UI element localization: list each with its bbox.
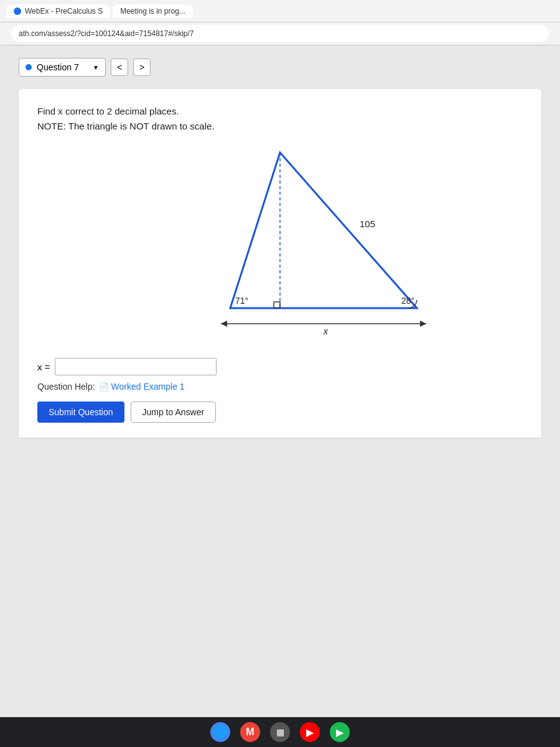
help-row: Question Help: 📄 Worked Example 1 bbox=[37, 382, 523, 392]
gmail-icon-glyph: M bbox=[246, 726, 254, 738]
address-bar[interactable]: ath.com/assess2/?cid=100124&aid=7154817#… bbox=[11, 25, 549, 42]
question-label: Question 7 bbox=[37, 62, 79, 72]
tab-title: WebEx - PreCalculus S bbox=[25, 7, 103, 16]
url-text: ath.com/assess2/?cid=100124&aid=7154817#… bbox=[19, 29, 194, 38]
taskbar: 🌐 M ▦ ▶ ▶ bbox=[0, 717, 560, 747]
page-content: Question 7 ▼ < > Find x correct to 2 dec… bbox=[0, 45, 560, 747]
meeting-tab-title: Meeting is in prog... bbox=[120, 7, 185, 16]
question-instructions: Find x correct to 2 decimal places. NOTE… bbox=[37, 104, 523, 134]
next-question-button[interactable]: > bbox=[133, 59, 151, 76]
left-arrowhead bbox=[221, 321, 227, 327]
tab-favicon bbox=[14, 7, 21, 15]
triangle-shape bbox=[230, 153, 417, 308]
question-dot bbox=[26, 64, 32, 70]
drive-icon[interactable]: ▦ bbox=[270, 722, 290, 742]
question-selector: Question 7 ▼ < > bbox=[19, 58, 541, 77]
triangle-diagram: 105 71° 28° x bbox=[37, 146, 523, 345]
prev-icon: < bbox=[117, 62, 122, 72]
answer-row: x = bbox=[37, 358, 523, 375]
angle-right-label: 28° bbox=[401, 296, 414, 306]
question-card: Find x correct to 2 decimal places. NOTE… bbox=[19, 89, 541, 438]
prev-question-button[interactable]: < bbox=[111, 59, 128, 76]
right-arrowhead bbox=[420, 321, 426, 327]
drive-icon-glyph: ▦ bbox=[276, 727, 284, 737]
side-label: 105 bbox=[360, 218, 375, 229]
youtube-icon[interactable]: ▶ bbox=[300, 722, 320, 742]
submit-question-button[interactable]: Submit Question bbox=[37, 402, 124, 423]
instruction-line1: Find x correct to 2 decimal places. bbox=[37, 104, 523, 119]
play-icon-glyph: ▶ bbox=[336, 726, 343, 738]
answer-prefix: x = bbox=[37, 362, 50, 372]
instruction-line2: NOTE: The triangle is NOT drawn to scale… bbox=[37, 119, 523, 134]
meeting-tab[interactable]: Meeting is in prog... bbox=[113, 4, 193, 18]
document-icon: 📄 bbox=[99, 382, 109, 392]
youtube-icon-glyph: ▶ bbox=[306, 726, 314, 738]
help-label: Question Help: bbox=[37, 382, 95, 392]
triangle-svg: 105 71° 28° x bbox=[118, 146, 442, 339]
dropdown-arrow-icon: ▼ bbox=[93, 64, 99, 71]
question-dropdown[interactable]: Question 7 ▼ bbox=[19, 58, 106, 77]
buttons-row: Submit Question Jump to Answer bbox=[37, 402, 523, 423]
play-icon[interactable]: ▶ bbox=[330, 722, 350, 742]
gmail-icon[interactable]: M bbox=[240, 722, 260, 742]
worked-example-link[interactable]: 📄 Worked Example 1 bbox=[99, 382, 185, 392]
angle-left-label: 71° bbox=[235, 296, 248, 306]
browser-bar: WebEx - PreCalculus S Meeting is in prog… bbox=[0, 0, 560, 22]
chrome-icon[interactable]: 🌐 bbox=[210, 722, 230, 742]
answer-input[interactable] bbox=[55, 358, 217, 375]
worked-example-label: Worked Example 1 bbox=[111, 382, 185, 392]
x-dimension-label: x bbox=[323, 326, 329, 336]
jump-to-answer-button[interactable]: Jump to Answer bbox=[131, 402, 217, 423]
chrome-icon-glyph: 🌐 bbox=[213, 725, 227, 739]
next-icon: > bbox=[139, 62, 144, 72]
webex-tab[interactable]: WebEx - PreCalculus S bbox=[6, 4, 110, 18]
